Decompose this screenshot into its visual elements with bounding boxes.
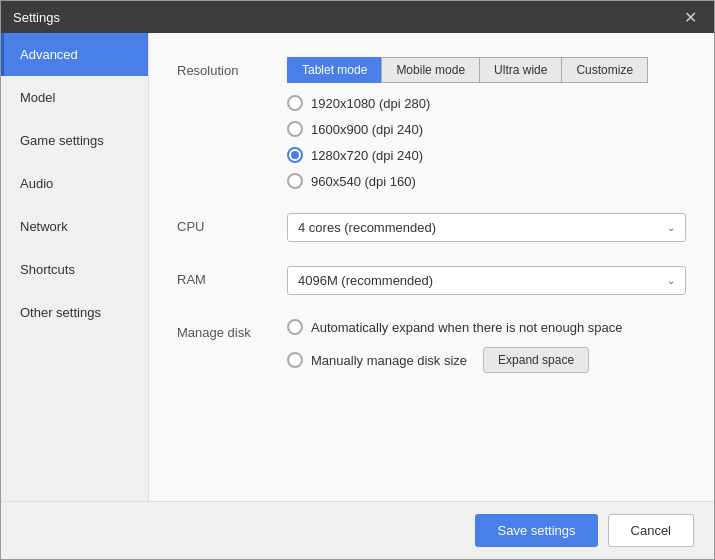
resolution-option-1[interactable]: 1920x1080 (dpi 280) (287, 95, 686, 111)
settings-window: Settings ✕ Advanced Model Game settings … (0, 0, 715, 560)
resolution-content: Tablet mode Mobile mode Ultra wide Custo… (287, 57, 686, 189)
resolution-label-1280: 1280x720 (dpi 240) (311, 148, 423, 163)
sidebar-item-game-settings[interactable]: Game settings (1, 119, 148, 162)
sidebar-item-audio[interactable]: Audio (1, 162, 148, 205)
sidebar-label-advanced: Advanced (20, 47, 78, 62)
cpu-value: 4 cores (recommended) (298, 220, 436, 235)
ram-label: RAM (177, 266, 287, 287)
sidebar-label-game-settings: Game settings (20, 133, 104, 148)
close-button[interactable]: ✕ (678, 5, 702, 29)
radio-1920 (287, 95, 303, 111)
ram-content: 4096M (recommended) ⌄ (287, 266, 686, 295)
tab-customize[interactable]: Customize (561, 57, 648, 83)
tab-ultra-wide[interactable]: Ultra wide (479, 57, 561, 83)
content-area: Advanced Model Game settings Audio Netwo… (1, 33, 714, 501)
sidebar-item-advanced[interactable]: Advanced (1, 33, 148, 76)
sidebar-label-other-settings: Other settings (20, 305, 101, 320)
disk-option-auto[interactable]: Automatically expand when there is not e… (287, 319, 686, 335)
resolution-tabs: Tablet mode Mobile mode Ultra wide Custo… (287, 57, 686, 83)
disk-manual-label: Manually manage disk size (311, 353, 467, 368)
disk-auto-label: Automatically expand when there is not e… (311, 320, 622, 335)
radio-auto-expand (287, 319, 303, 335)
tab-mobile-mode[interactable]: Mobile mode (381, 57, 479, 83)
manage-disk-label: Manage disk (177, 319, 287, 340)
resolution-option-4[interactable]: 960x540 (dpi 160) (287, 173, 686, 189)
sidebar-item-shortcuts[interactable]: Shortcuts (1, 248, 148, 291)
sidebar-label-model: Model (20, 90, 55, 105)
manage-disk-content: Automatically expand when there is not e… (287, 319, 686, 373)
footer: Save settings Cancel (1, 501, 714, 559)
manage-disk-section: Manage disk Automatically expand when th… (177, 319, 686, 373)
resolution-label-1920: 1920x1080 (dpi 280) (311, 96, 430, 111)
save-settings-button[interactable]: Save settings (475, 514, 597, 547)
sidebar-item-network[interactable]: Network (1, 205, 148, 248)
cpu-dropdown-arrow: ⌄ (667, 222, 675, 233)
resolution-label-960: 960x540 (dpi 160) (311, 174, 416, 189)
resolution-label: Resolution (177, 57, 287, 78)
disk-option-manual[interactable]: Manually manage disk size Expand space (287, 347, 686, 373)
resolution-section: Resolution Tablet mode Mobile mode Ultra… (177, 57, 686, 189)
sidebar-label-network: Network (20, 219, 68, 234)
tab-tablet-mode[interactable]: Tablet mode (287, 57, 381, 83)
radio-1280 (287, 147, 303, 163)
resolution-label-1600: 1600x900 (dpi 240) (311, 122, 423, 137)
ram-dropdown-arrow: ⌄ (667, 275, 675, 286)
sidebar-label-shortcuts: Shortcuts (20, 262, 75, 277)
cancel-button[interactable]: Cancel (608, 514, 694, 547)
sidebar-item-model[interactable]: Model (1, 76, 148, 119)
cpu-label: CPU (177, 213, 287, 234)
resolution-option-2[interactable]: 1600x900 (dpi 240) (287, 121, 686, 137)
cpu-content: 4 cores (recommended) ⌄ (287, 213, 686, 242)
sidebar-item-other-settings[interactable]: Other settings (1, 291, 148, 334)
sidebar: Advanced Model Game settings Audio Netwo… (1, 33, 149, 501)
window-title: Settings (13, 10, 678, 25)
resolution-options: 1920x1080 (dpi 280) 1600x900 (dpi 240) 1… (287, 95, 686, 189)
ram-dropdown[interactable]: 4096M (recommended) ⌄ (287, 266, 686, 295)
expand-space-button[interactable]: Expand space (483, 347, 589, 373)
cpu-dropdown[interactable]: 4 cores (recommended) ⌄ (287, 213, 686, 242)
radio-960 (287, 173, 303, 189)
disk-options: Automatically expand when there is not e… (287, 319, 686, 373)
ram-value: 4096M (recommended) (298, 273, 433, 288)
radio-1600 (287, 121, 303, 137)
main-content: Resolution Tablet mode Mobile mode Ultra… (149, 33, 714, 501)
resolution-option-3[interactable]: 1280x720 (dpi 240) (287, 147, 686, 163)
ram-section: RAM 4096M (recommended) ⌄ (177, 266, 686, 295)
sidebar-label-audio: Audio (20, 176, 53, 191)
titlebar: Settings ✕ (1, 1, 714, 33)
cpu-section: CPU 4 cores (recommended) ⌄ (177, 213, 686, 242)
radio-manual-manage (287, 352, 303, 368)
